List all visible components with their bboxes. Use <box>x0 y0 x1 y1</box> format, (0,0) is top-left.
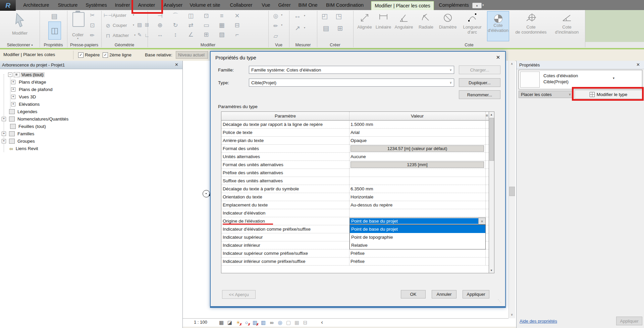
geometry-extra-icon-3[interactable]: ✎ <box>136 32 143 38</box>
origin-dropdown[interactable]: Point de base du projet ∨ <box>350 218 486 225</box>
project-browser-header[interactable]: Arborescence du projet - Projet1 <box>0 61 182 69</box>
canvas-scrollbar-thumb[interactable] <box>509 187 515 196</box>
dropdown-option-point-de-base[interactable]: Point de base du projet <box>350 225 485 233</box>
join-label[interactable]: Attacher <box>113 33 133 38</box>
tab-modifier-placer-les-cotes[interactable]: Modifier | Placer les cotes <box>371 1 434 10</box>
tab-gerer[interactable]: Gérer <box>275 0 294 10</box>
dropdown-option-point-de-topographie[interactable]: Point de topographie <box>350 233 485 241</box>
expand-icon[interactable]: + <box>11 102 15 106</box>
group-icon[interactable]: ⊞ <box>203 31 210 38</box>
dialog-title-bar[interactable]: Propriétés du type <box>211 52 505 63</box>
table-scroll-down-icon[interactable]: ▼ <box>489 268 494 273</box>
trim-icon[interactable]: ≡ <box>218 12 225 19</box>
leader-checkbox[interactable]: ✓ <box>78 52 84 58</box>
table-row[interactable]: Orientation du texteHorizontale <box>221 193 489 201</box>
override-graphics-icon[interactable]: ✏ <box>272 22 280 30</box>
ribbon-collapse-button[interactable]: ▲ <box>472 3 482 8</box>
properties-palette-close-icon[interactable]: ✕ <box>636 62 640 67</box>
crop-view-off-icon[interactable]: ▥✗ <box>252 319 258 326</box>
tab-bim-coordination[interactable]: BIM Coordination <box>322 0 368 10</box>
modify-tool-button[interactable]: Modifier <box>3 11 37 41</box>
dim-spot-coordinate-button[interactable]: Cote de coordonnées <box>513 11 549 41</box>
dim-spot-elevation-button[interactable]: Cote d'élévation <box>487 11 509 41</box>
column-header-valeur[interactable]: Valeur <box>349 112 485 120</box>
tab-analyser[interactable]: Analyser <box>160 0 186 10</box>
relative-base-select[interactable]: Niveau actuel <box>176 51 208 59</box>
table-row[interactable]: Indicateur d'élévation <box>221 209 489 217</box>
override-graphics-chevron-icon[interactable]: ▾ <box>281 24 282 27</box>
create-similar-icon[interactable]: ◳ <box>335 12 343 20</box>
cancel-button[interactable]: Annuler <box>432 290 457 298</box>
table-row[interactable]: Emplacement du texteAu-dessus du repère <box>221 201 489 209</box>
preview-button[interactable]: << Aperçu <box>222 290 256 299</box>
ribbon-collapse-chevron-icon[interactable]: ▾ <box>482 3 484 7</box>
properties-apply-button[interactable]: Appliquer <box>616 317 642 325</box>
scroll-down-icon[interactable]: ∨ <box>509 312 515 317</box>
tree-item-vues-3d[interactable]: + Vues 3D <box>0 93 182 100</box>
param-value[interactable]: Opaque <box>351 137 367 144</box>
measure-ruler-chevron-icon[interactable]: ▾ <box>304 14 305 17</box>
view-scale-button[interactable]: 1 : 100 <box>194 320 207 325</box>
temporary-hide-isolate-icon[interactable]: ∞ <box>268 319 275 326</box>
load-button[interactable]: Charger... <box>459 65 500 74</box>
unpin-icon[interactable]: ⊟ <box>233 21 241 29</box>
offset-icon[interactable]: ⌒ <box>172 12 179 19</box>
dim-aligned-button[interactable]: Alignée <box>355 11 374 41</box>
duplicate-button[interactable]: Dupliquer... <box>459 78 500 87</box>
tree-item-nomenclatures[interactable]: + Nomenclatures/Quantités <box>0 115 182 123</box>
cope-label[interactable]: Ajuster <box>113 13 131 18</box>
rename-button[interactable]: Renommer... <box>459 90 500 99</box>
table-row[interactable]: Unités alternativesAucune <box>221 153 489 161</box>
tree-item-groupes[interactable]: + Groupes <box>0 137 182 145</box>
units-format-button[interactable]: 1234.57 [m] (valeur par défaut) <box>351 145 484 152</box>
table-row[interactable]: Indicateur inférieur comme préfixe/suffi… <box>221 257 489 266</box>
dim-linear-button[interactable]: Linéaire <box>375 11 392 41</box>
stretch-h-icon[interactable]: ↔ <box>156 31 164 38</box>
display-box-icon[interactable]: ▱ <box>272 32 280 40</box>
table-row[interactable]: Préfixe des unités alternatives <box>221 169 489 177</box>
reveal-hidden-elements-icon[interactable]: ◎ <box>277 319 283 326</box>
panel-label-selectionner[interactable]: Sélectionner ▾ <box>0 42 40 48</box>
delete-icon[interactable]: ✕ <box>233 12 241 19</box>
analytical-model-icon[interactable]: ▦ <box>293 319 300 326</box>
hide-element-icon[interactable]: ◎ <box>272 12 280 19</box>
dialog-resize-grip[interactable]: ⋱ <box>498 299 501 303</box>
sun-path-icon[interactable]: ☀✗ <box>235 319 241 326</box>
second-line-checkbox-label[interactable]: 2ème ligne <box>109 52 131 57</box>
hatch-icon[interactable]: ▧ <box>218 31 225 38</box>
copy-move-icon[interactable]: ⇄ <box>187 21 195 29</box>
paste-icon[interactable] <box>72 12 85 27</box>
filter-select[interactable]: Placer les cotes ∨ <box>519 91 573 98</box>
join-icon[interactable]: ⊓ <box>104 32 112 39</box>
mirror-icon[interactable]: ◫ <box>187 12 195 19</box>
reveal-constraints-icon[interactable]: ⊟ <box>302 319 309 326</box>
ok-button[interactable]: OK <box>401 290 426 298</box>
tab-inserer[interactable]: Insérer <box>111 0 133 10</box>
properties-small-icon[interactable]: ▤ <box>50 12 59 20</box>
tree-item-liens-revit[interactable]: ∞ Liens Revit <box>0 145 182 152</box>
table-scrollbar-thumb[interactable] <box>489 118 494 161</box>
tree-item-feuilles[interactable]: Feuilles (tout) <box>0 123 182 130</box>
paste-chevron-icon[interactable]: ▾ <box>76 37 80 40</box>
param-value[interactable]: Arial <box>351 129 360 136</box>
properties-palette-button[interactable]: ◫ <box>48 21 61 40</box>
match-properties-icon[interactable]: ✏ <box>89 32 96 39</box>
cut-geometry-chevron-icon[interactable]: ▾ <box>133 24 134 27</box>
table-scrollbar[interactable]: ▲ ▼ <box>489 111 494 273</box>
cut-icon[interactable]: ✂ <box>89 11 96 19</box>
create-group-icon[interactable]: ◰ <box>321 12 329 20</box>
expand-icon[interactable]: + <box>11 95 15 99</box>
cope-chevron-icon[interactable]: ▾ <box>133 13 134 16</box>
param-value[interactable]: Au-dessus du repère <box>351 201 392 209</box>
project-browser-close-icon[interactable]: ✕ <box>175 62 178 67</box>
join-chevron-icon[interactable]: ▾ <box>134 34 136 37</box>
scroll-up-icon[interactable]: ∧ <box>509 61 515 66</box>
measure-between-chevron-icon[interactable]: ▾ <box>304 26 305 29</box>
tab-architecture[interactable]: Architecture <box>19 0 53 10</box>
cope-icon[interactable]: ⊢⊣ <box>104 12 112 19</box>
pin-icon[interactable]: ⊡ <box>203 12 210 19</box>
param-value[interactable]: Préfixe <box>351 257 365 265</box>
family-select[interactable]: Famille système: Cotes d'élévation ∨ <box>249 66 454 74</box>
dim-spot-slope-button[interactable]: Cote d'inclinaison <box>550 11 584 41</box>
tree-item-elevations[interactable]: + Elévations <box>0 100 182 108</box>
